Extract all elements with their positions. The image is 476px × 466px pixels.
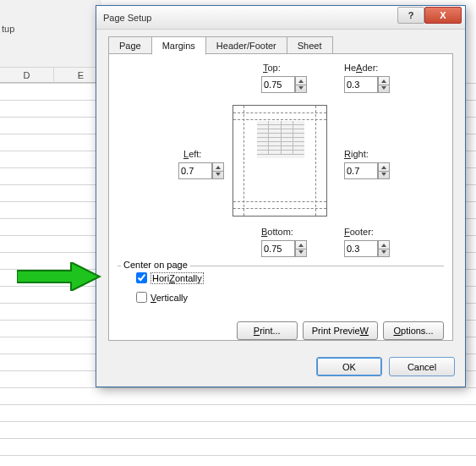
- vertically-checkbox[interactable]: Vertically: [133, 289, 444, 305]
- footer-label: Footer:: [344, 227, 374, 237]
- top-spinner[interactable]: [261, 76, 307, 93]
- ok-button[interactable]: OK: [316, 357, 382, 376]
- tab-sheet[interactable]: Sheet: [287, 36, 333, 55]
- vertically-input[interactable]: [136, 292, 147, 303]
- header-spinner[interactable]: [344, 76, 390, 93]
- page-preview: [233, 105, 327, 217]
- right-label: Right:: [344, 149, 369, 159]
- vertically-label: Vertically: [150, 293, 188, 303]
- dialog-title: Page Setup: [103, 13, 152, 23]
- options-button[interactable]: Options...: [383, 321, 444, 340]
- horizontally-label: HoriZontally: [150, 272, 204, 284]
- preview-table-icon: [257, 121, 304, 158]
- ribbon-fragment: tup: [0, 0, 101, 68]
- center-on-page-group: Center on page HoriZontally Vertically: [118, 266, 444, 307]
- top-input[interactable]: [261, 76, 295, 93]
- left-label: Left:: [183, 149, 201, 159]
- print-button[interactable]: Print...: [237, 321, 298, 340]
- print-preview-button[interactable]: Print PrevieW: [303, 321, 378, 340]
- tab-strip: Page Margins Header/Footer Sheet: [108, 36, 332, 55]
- tab-page[interactable]: Page: [108, 36, 152, 55]
- header-spin-arrows[interactable]: [378, 76, 390, 93]
- top-label: Top:: [263, 63, 281, 73]
- footer-spin-arrows[interactable]: [378, 240, 390, 257]
- right-spinner[interactable]: [344, 162, 390, 179]
- cancel-button[interactable]: Cancel: [389, 357, 455, 376]
- titlebar[interactable]: Page Setup ? X: [96, 6, 465, 30]
- horizontally-input[interactable]: [136, 272, 147, 283]
- ribbon-label-fragment: tup: [2, 24, 14, 34]
- page-setup-dialog: Page Setup ? X Page Margins Header/Foote…: [96, 5, 466, 387]
- header-input[interactable]: [344, 76, 378, 93]
- bottom-spin-arrows[interactable]: [295, 240, 307, 257]
- close-button[interactable]: X: [424, 7, 462, 24]
- horizontally-checkbox[interactable]: HoriZontally: [133, 270, 444, 286]
- tab-header-footer[interactable]: Header/Footer: [205, 36, 287, 55]
- left-spin-arrows[interactable]: [212, 162, 224, 179]
- left-spinner[interactable]: [178, 162, 224, 179]
- dialog-footer-buttons: OK Cancel: [316, 357, 455, 376]
- action-buttons: Print... Print PrevieW Options...: [237, 321, 444, 340]
- col-header-d[interactable]: D: [0, 68, 54, 83]
- bottom-input[interactable]: [261, 240, 295, 257]
- top-spin-arrows[interactable]: [295, 76, 307, 93]
- tab-margins[interactable]: Margins: [151, 36, 206, 55]
- help-button[interactable]: ?: [397, 7, 424, 24]
- footer-spinner[interactable]: [344, 240, 390, 257]
- bottom-spinner[interactable]: [261, 240, 307, 257]
- bottom-label: Bottom:: [261, 227, 293, 237]
- right-input[interactable]: [344, 162, 378, 179]
- center-group-label: Center on page: [121, 260, 190, 270]
- margins-pane: Top: HeAder: Left: Right: Bottom: Footer…: [108, 53, 453, 341]
- right-spin-arrows[interactable]: [378, 162, 390, 179]
- left-input[interactable]: [178, 162, 212, 179]
- header-label: HeAder:: [344, 63, 378, 73]
- footer-input[interactable]: [344, 240, 378, 257]
- column-headers: D E: [0, 68, 108, 83]
